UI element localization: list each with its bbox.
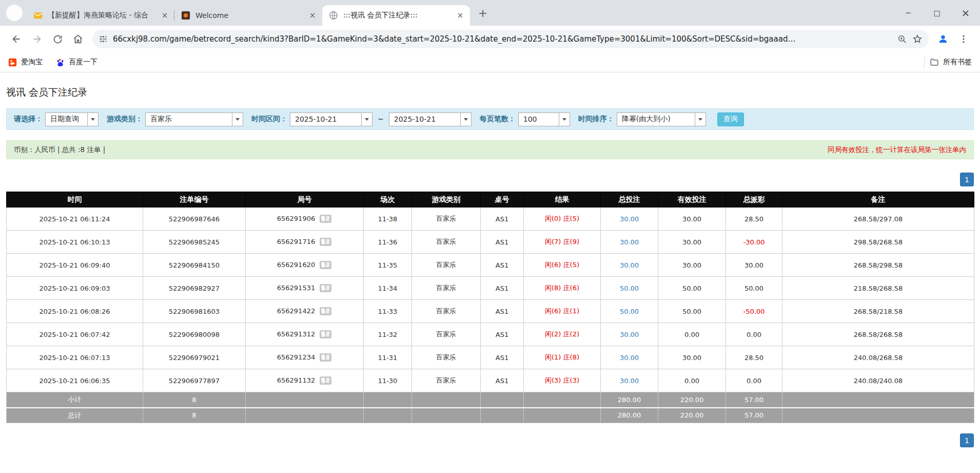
cell-table: AS1 [481,323,524,346]
forward-button[interactable] [28,30,46,48]
subtotal-valid-bet: 220.00 [658,392,726,408]
cards-icon[interactable] [319,237,332,247]
profile-icon[interactable] [934,30,952,48]
chevron-down-icon[interactable] [87,112,99,126]
pagination-page-1-bottom[interactable]: 1 [960,433,974,447]
cell-result: 闲(6) 庄(1) [524,300,601,323]
cell-valid-bet: 30.00 [658,254,726,277]
cell-note: 268.58/268.58 [782,323,974,346]
game-type-dropdown[interactable]: 百家乐 [145,112,243,126]
chevron-down-icon[interactable] [361,112,373,126]
url-text[interactable]: 66cxkj98.com/game/betrecord_search/kind3… [113,34,892,44]
cell-session: 11-38 [364,207,412,231]
cell-payout: 0.00 [726,369,782,392]
cell-payout: 28.50 [726,207,782,231]
cards-icon[interactable] [319,307,332,316]
tab-title: :::视讯 会员下注纪录::: [343,11,450,20]
tab-search-button[interactable] [6,5,23,21]
bookmark-star-icon[interactable] [912,34,923,44]
cell-round: 656291531 [246,277,364,300]
url-bar[interactable]: 66cxkj98.com/game/betrecord_search/kind3… [92,30,929,48]
folder-icon [930,58,939,67]
header-game-type: 游戏类别 [412,192,481,207]
sort-order-dropdown[interactable]: 降幂(由大到小) [617,112,706,126]
maximize-button[interactable]: □ [923,0,951,26]
tab-title: Welcome [195,11,302,20]
total-bet-link[interactable]: 30.00 [620,215,639,223]
browser-tab-betrecord[interactable]: :::视讯 会员下注纪录::: × [322,5,470,26]
cell-table: AS1 [481,277,524,300]
close-button[interactable]: × [951,0,980,26]
cell-table: AS1 [481,369,524,392]
browser-tab-welcome[interactable]: Welcome × [174,5,322,26]
cell-note: 268.58/297.08 [782,207,974,231]
subtotal-payout: 57.00 [726,392,782,408]
total-bet-link[interactable]: 30.00 [620,238,639,246]
total-bet-link[interactable]: 50.00 [620,308,639,315]
back-button[interactable] [7,30,26,48]
cell-game-type: 百家乐 [412,254,481,277]
table-row: 2025-10-21 06:09:40 522906984150 6562916… [7,254,974,277]
home-button[interactable] [69,30,87,48]
chevron-down-icon[interactable] [695,112,706,126]
cell-bet-id: 522906987646 [143,207,246,231]
search-button[interactable]: 查询 [717,112,744,126]
date-end-dropdown[interactable]: 2025-10-21 [389,112,472,126]
total-bet-link[interactable]: 30.00 [620,261,639,269]
browser-tab-forum[interactable]: 【新提醒】海燕策略论坛 - 综合 × [27,5,174,26]
chevron-down-icon[interactable] [232,112,243,126]
menu-dots-icon[interactable] [954,30,973,48]
cell-bet-id: 522906977897 [143,369,246,392]
cards-icon[interactable] [319,260,332,270]
zoom-icon[interactable] [897,34,907,44]
total-valid-bet: 220.00 [658,408,726,423]
date-range-label: 时间区间： [251,115,287,124]
select-type-label: 请选择： [14,115,43,124]
valid-bet-notice: 同局有效投注，统一计算在该局第一张注单内 [828,145,966,155]
total-bet-link[interactable]: 50.00 [620,285,639,292]
site-settings-icon[interactable] [99,34,108,44]
cell-round: 656291906 [246,207,364,231]
bet-table-body: 2025-10-21 06:11:24 522906987646 6562919… [7,207,974,392]
refresh-button[interactable] [48,30,67,48]
cell-note: 268.58/218.58 [782,300,974,323]
cell-table: AS1 [481,254,524,277]
cell-result: 闲(8) 庄(6) [524,277,601,300]
bookmarks-divider [924,56,925,68]
total-bet-link[interactable]: 30.00 [620,354,639,362]
cell-bet-id: 522906981603 [143,300,246,323]
cards-icon[interactable] [319,330,332,339]
betrecord-favicon-icon [328,10,339,21]
pagination-page-1-top[interactable]: 1 [960,173,974,186]
tab-close-icon[interactable]: × [159,10,170,21]
cell-result: 闲(6) 庄(5) [524,254,601,277]
bookmark-taobao[interactable]: 爱淘宝 [8,58,43,67]
cards-icon[interactable] [319,376,332,385]
chevron-down-icon[interactable] [460,112,472,126]
cell-valid-bet: 30.00 [658,207,726,231]
tab-close-icon[interactable]: × [455,10,466,21]
total-bet-link[interactable]: 30.00 [620,331,639,338]
cell-payout: 28.50 [726,346,782,369]
total-bet-link[interactable]: 30.00 [620,377,639,385]
cell-table: AS1 [481,346,524,369]
cards-icon[interactable] [319,214,332,223]
new-tab-button[interactable]: + [474,4,492,22]
cell-valid-bet: 30.00 [658,231,726,254]
per-page-dropdown[interactable]: 100 [518,112,570,126]
page-content: 视讯 会员下注纪录 请选择： 日期查询 游戏类别： 百家乐 时间区间： 2025… [0,72,980,447]
cards-icon[interactable] [319,283,332,293]
cell-time: 2025-10-21 06:10:13 [7,231,143,254]
window-controls: ─ □ × [894,0,980,26]
address-bar: 66cxkj98.com/game/betrecord_search/kind3… [0,26,980,52]
date-start-dropdown[interactable]: 2025-10-21 [290,112,373,126]
tab-close-icon[interactable]: × [307,10,318,21]
bookmark-baidu[interactable]: 百度一下 [56,58,97,67]
cell-valid-bet: 50.00 [658,300,726,323]
cards-icon[interactable] [319,353,332,362]
query-type-dropdown[interactable]: 日期查询 [45,112,99,126]
minimize-button[interactable]: ─ [894,0,923,26]
cell-game-type: 百家乐 [412,323,481,346]
all-bookmarks-button[interactable]: 所有书签 [930,58,972,67]
chevron-down-icon[interactable] [559,112,570,126]
